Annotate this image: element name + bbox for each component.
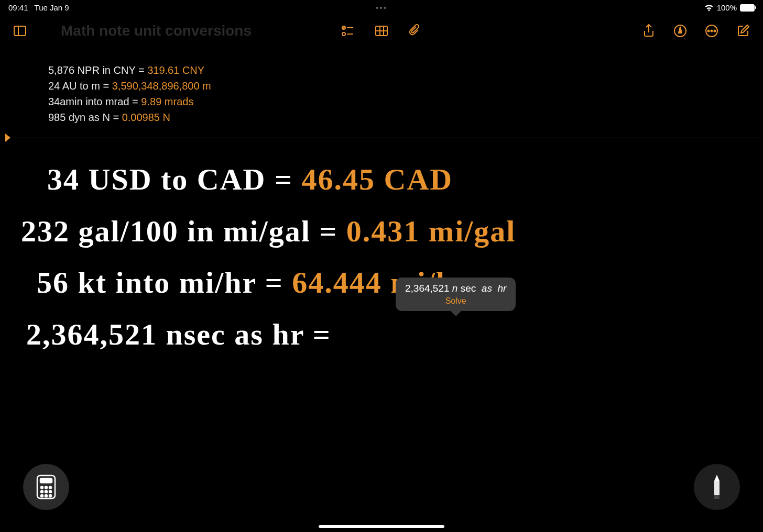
table-icon[interactable] bbox=[374, 24, 389, 38]
svg-point-25 bbox=[49, 495, 51, 497]
svg-rect-16 bbox=[40, 479, 52, 483]
svg-point-13 bbox=[711, 30, 713, 32]
status-date: Tue Jan 9 bbox=[35, 3, 69, 12]
hw-expr: 56 kt into mi/hr = bbox=[37, 265, 284, 300]
status-time: 09:41 bbox=[8, 3, 28, 12]
typed-line-0[interactable]: 5,876 NPR in CNY = 319.61 CNY bbox=[48, 62, 763, 78]
tooltip-expression: 2,364,521 n sec as hr bbox=[405, 283, 506, 294]
sidebar-toggle-icon[interactable] bbox=[13, 24, 27, 38]
divider-handle-icon[interactable] bbox=[5, 134, 10, 142]
section-divider[interactable] bbox=[0, 138, 763, 138]
handwritten-line-2[interactable]: 56 kt into mi/hr = 64.444 mi/hr bbox=[37, 257, 742, 309]
svg-point-21 bbox=[45, 491, 47, 493]
svg-point-23 bbox=[41, 495, 43, 497]
svg-point-18 bbox=[45, 486, 47, 489]
solve-tooltip[interactable]: 2,364,521 n sec as hr Solve bbox=[396, 278, 516, 311]
checklist-icon[interactable] bbox=[341, 24, 355, 38]
typed-line-1[interactable]: 24 AU to m = 3,590,348,896,800 m bbox=[48, 78, 763, 94]
share-icon[interactable] bbox=[641, 24, 656, 38]
handwritten-line-3[interactable]: 2,364,521 nsec as hr = bbox=[26, 309, 742, 361]
pencil-icon bbox=[712, 474, 722, 500]
svg-point-12 bbox=[708, 30, 710, 32]
typed-result: 3,590,348,896,800 m bbox=[112, 80, 211, 92]
handwritten-line-1[interactable]: 232 gal/100 in mi/gal = 0.431 mi/gal bbox=[21, 206, 742, 258]
svg-point-22 bbox=[49, 491, 51, 493]
svg-point-24 bbox=[45, 495, 47, 497]
hw-result: 0.431 mi/gal bbox=[346, 214, 516, 248]
handwriting-canvas[interactable]: 34 USD to CAD = 46.45 CAD 232 gal/100 in… bbox=[0, 154, 763, 360]
handwritten-line-0[interactable]: 34 USD to CAD = 46.45 CAD bbox=[47, 154, 742, 206]
pencil-tool-button[interactable] bbox=[694, 464, 740, 510]
typed-expr: 24 AU to m = bbox=[48, 80, 109, 92]
multitask-dots[interactable]: ••• bbox=[376, 3, 387, 12]
typed-result: 319.61 CNY bbox=[147, 64, 204, 76]
battery-icon bbox=[740, 4, 755, 12]
attachment-icon[interactable] bbox=[408, 24, 422, 38]
wifi-icon bbox=[704, 4, 714, 12]
svg-point-4 bbox=[342, 32, 345, 36]
battery-percent: 100% bbox=[717, 3, 737, 12]
hw-expr: 232 gal/100 in mi/gal = bbox=[21, 214, 337, 248]
status-right: 100% bbox=[704, 3, 755, 12]
typed-result: 0.00985 N bbox=[122, 112, 170, 123]
compose-icon[interactable] bbox=[736, 24, 750, 38]
hw-expr: 34 USD to CAD = bbox=[47, 162, 293, 196]
solve-button[interactable]: Solve bbox=[405, 296, 506, 306]
more-icon[interactable] bbox=[704, 24, 719, 38]
home-indicator[interactable] bbox=[319, 525, 444, 528]
svg-rect-26 bbox=[714, 495, 720, 499]
markup-icon[interactable] bbox=[673, 24, 688, 38]
status-bar: 09:41 Tue Jan 9 ••• 100% bbox=[0, 0, 763, 15]
svg-point-14 bbox=[714, 30, 716, 32]
typed-result: 9.89 mrads bbox=[141, 96, 193, 107]
hw-result: 46.45 CAD bbox=[302, 162, 453, 196]
divider-line bbox=[13, 138, 763, 138]
typed-expr: 5,876 NPR in CNY = bbox=[48, 64, 145, 76]
svg-point-19 bbox=[49, 486, 51, 489]
svg-point-20 bbox=[41, 491, 43, 493]
status-left: 09:41 Tue Jan 9 bbox=[8, 3, 69, 12]
note-title: Math note unit conversions bbox=[61, 23, 252, 39]
hw-expr: 2,364,521 nsec as hr = bbox=[26, 317, 331, 351]
svg-rect-0 bbox=[14, 26, 26, 36]
typed-line-2[interactable]: 34amin into mrad = 9.89 mrads bbox=[48, 94, 763, 109]
calculator-button[interactable] bbox=[23, 464, 69, 510]
svg-point-17 bbox=[41, 486, 43, 489]
typed-expr: 34amin into mrad = bbox=[48, 96, 138, 107]
typed-conversions[interactable]: 5,876 NPR in CNY = 319.61 CNY 24 AU to m… bbox=[48, 62, 763, 125]
toolbar: Math note unit conversions bbox=[0, 15, 763, 47]
typed-expr: 985 dyn as N = bbox=[48, 112, 119, 123]
typed-line-3[interactable]: 985 dyn as N = 0.00985 N bbox=[48, 109, 763, 125]
calculator-icon bbox=[36, 474, 56, 500]
